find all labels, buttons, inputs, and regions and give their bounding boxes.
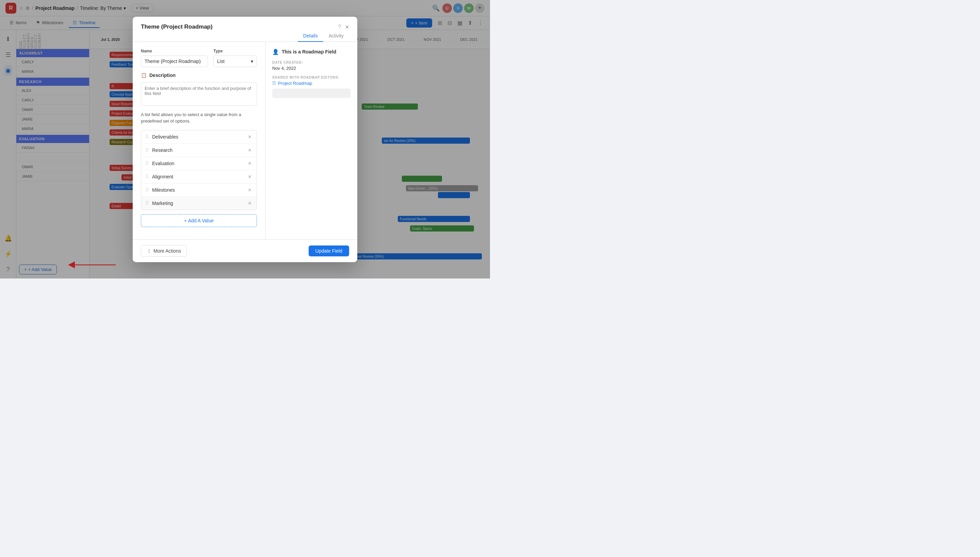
drag-handle-icon[interactable]: ⠿ [145, 161, 149, 166]
roadmap-icon: 👤 [272, 49, 279, 55]
drag-handle-icon[interactable]: ⠿ [145, 134, 149, 140]
link-icon: ☷ [272, 81, 276, 85]
drag-handle-icon[interactable]: ⠿ [145, 174, 149, 179]
remove-marketing-button[interactable]: ✕ [247, 200, 253, 206]
value-list: ⠿ Deliverables ✕ ⠿ Research ✕ ⠿ Evaluati… [141, 130, 257, 210]
modal-right-panel: 👤 This is a Roadmap Field DATE CREATED: … [265, 42, 357, 239]
modal-tabs: Details Activity [133, 30, 357, 42]
add-a-value-button[interactable]: + Add A Value [141, 214, 257, 227]
list-item: ⠿ Deliverables ✕ [141, 130, 256, 144]
list-info-text: A list field allows you to select a sing… [141, 111, 257, 125]
value-research: Research [152, 147, 243, 153]
value-alignment: Alignment [152, 174, 243, 179]
shared-box [272, 88, 350, 98]
modal-left-panel: Name Type List ▾ 📋 Description [133, 42, 265, 239]
remove-alignment-button[interactable]: ✕ [247, 174, 253, 180]
name-group: Name [141, 49, 208, 67]
remove-evaluation-button[interactable]: ✕ [247, 160, 253, 166]
date-created-value: Nov 4, 2022 [272, 66, 350, 71]
list-item: ⠿ Milestones ✕ [141, 184, 256, 197]
description-textarea[interactable] [141, 82, 257, 106]
drag-handle-icon[interactable]: ⠿ [145, 187, 149, 193]
drag-handle-icon[interactable]: ⠿ [145, 200, 149, 206]
name-input[interactable] [141, 55, 208, 67]
type-group: Type List ▾ [213, 49, 257, 67]
value-deliverables: Deliverables [152, 134, 243, 140]
modal-overlay[interactable]: Theme (Project Roadmap) ? × Details Acti… [0, 0, 490, 278]
description-icon: 📋 [141, 73, 147, 78]
roadmap-field-title: 👤 This is a Roadmap Field [272, 49, 350, 55]
tab-details[interactable]: Details [298, 30, 323, 42]
type-select[interactable]: List ▾ [213, 55, 257, 67]
roadmap-link[interactable]: ☷ Project Roadmap [272, 81, 350, 86]
remove-deliverables-button[interactable]: ✕ [247, 134, 253, 140]
form-name-type-row: Name Type List ▾ [141, 49, 257, 67]
date-created-label: DATE CREATED: [272, 60, 350, 64]
remove-milestones-button[interactable]: ✕ [247, 187, 253, 193]
value-marketing: Marketing [152, 200, 243, 206]
remove-research-button[interactable]: ✕ [247, 147, 253, 153]
type-label: Type [213, 49, 257, 54]
list-item: ⠿ Evaluation ✕ [141, 157, 256, 170]
description-title: Description [149, 73, 175, 78]
modal-body: Name Type List ▾ 📋 Description [133, 42, 357, 239]
name-label: Name [141, 49, 208, 54]
help-icon[interactable]: ? [338, 24, 341, 30]
modal-title: Theme (Project Roadmap) [141, 23, 213, 30]
modal-header: Theme (Project Roadmap) ? × [133, 17, 357, 30]
list-item: ⠿ Alignment ✕ [141, 170, 256, 184]
value-milestones: Milestones [152, 187, 243, 193]
more-dots-icon: ⋮ [147, 248, 151, 254]
update-field-button[interactable]: Update Field [308, 246, 349, 256]
chevron-icon: ▾ [251, 59, 253, 64]
description-section: 📋 Description [141, 73, 257, 78]
modal-footer: ⋮ More Actions Update Field [133, 239, 357, 262]
list-item: ⠿ Research ✕ [141, 144, 256, 157]
modal: Theme (Project Roadmap) ? × Details Acti… [133, 17, 357, 262]
tab-activity[interactable]: Activity [323, 30, 349, 42]
shared-label: SHARED WITH ROADMAP EDITORS: [272, 76, 350, 79]
value-evaluation: Evaluation [152, 161, 243, 166]
list-item: ⠿ Marketing ✕ [141, 197, 256, 210]
drag-handle-icon[interactable]: ⠿ [145, 147, 149, 153]
modal-close-button[interactable]: × [345, 23, 349, 30]
more-actions-button[interactable]: ⋮ More Actions [141, 245, 187, 257]
